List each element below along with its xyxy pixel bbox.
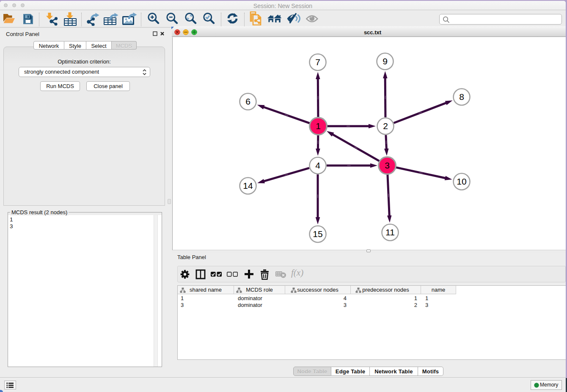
svg-text:14: 14 — [243, 181, 253, 190]
svg-text:2: 2 — [383, 121, 388, 131]
svg-text:6: 6 — [245, 97, 250, 106]
svg-text:1: 1 — [316, 121, 321, 131]
svg-text:3: 3 — [385, 160, 390, 170]
svg-text:10: 10 — [457, 177, 466, 186]
svg-text:7: 7 — [315, 57, 320, 67]
svg-text:8: 8 — [459, 92, 464, 102]
svg-text:4: 4 — [315, 160, 320, 170]
svg-text:15: 15 — [313, 229, 322, 239]
svg-text:11: 11 — [385, 227, 395, 237]
svg-text:9: 9 — [383, 56, 388, 66]
